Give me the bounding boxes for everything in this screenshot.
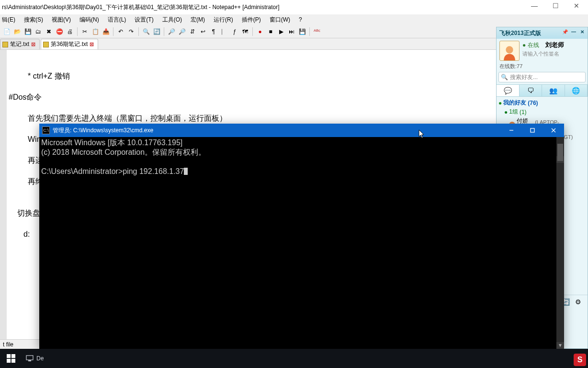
feiqiu-min-icon[interactable]: —	[570, 28, 577, 35]
menu-edit[interactable]: 辑(E)	[2, 16, 15, 24]
svg-rect-7	[7, 359, 11, 363]
find-icon[interactable]: 🔍	[141, 27, 151, 36]
menu-help[interactable]: ?	[299, 16, 302, 23]
svg-rect-5	[7, 354, 11, 358]
function-list-icon[interactable]: ƒ	[230, 27, 239, 36]
macro-record-icon[interactable]: ●	[255, 27, 265, 36]
cmd-max-button[interactable]	[522, 124, 543, 137]
tab-close-icon[interactable]: ⊠	[31, 41, 35, 47]
toolbar-separator	[164, 27, 164, 36]
macro-save-icon[interactable]: 💾	[297, 27, 307, 36]
svg-rect-8	[11, 359, 15, 363]
tab-file-2[interactable]: 第36期笔记.txt ⊠	[41, 39, 98, 49]
group-count: (76)	[528, 100, 538, 106]
macro-play-icon[interactable]: ▶	[276, 27, 286, 36]
redo-icon[interactable]: ↷	[126, 27, 136, 36]
online-dot-icon: ●	[504, 109, 508, 115]
cmd-command-input[interactable]: ping 192.168.1.37	[123, 167, 184, 175]
tab-file-1[interactable]: 笔记.txt ⊠	[0, 39, 40, 49]
scroll-thumb[interactable]	[557, 144, 563, 161]
npp-min-button[interactable]: —	[524, 0, 545, 12]
wrap-icon[interactable]: ↩	[198, 27, 208, 36]
npp-title-text: rs\Administrator\Desktop\第36期\Day01_下午计算…	[2, 3, 280, 12]
menu-tools[interactable]: 工具(O)	[162, 16, 182, 24]
desktop-label: De	[36, 355, 44, 362]
doc-map-icon[interactable]: 🗺	[240, 27, 250, 36]
cut-icon[interactable]: ✂	[80, 27, 90, 36]
desktop-shortcut[interactable]: De	[22, 349, 47, 368]
open-file-icon[interactable]: 📂	[12, 27, 22, 36]
feiqiu-title-text: 飞秋2013正式版	[499, 29, 541, 37]
copy-icon[interactable]: 📋	[90, 27, 100, 36]
cmd-titlebar[interactable]: C:\ 管理员: C:\Windows\system32\cmd.exe	[39, 124, 564, 137]
indent-guide-icon[interactable]: ⎸	[219, 27, 229, 36]
sogou-ime-icon[interactable]: S	[574, 354, 586, 366]
search-box[interactable]: 🔍 搜索好友...	[498, 72, 586, 82]
npp-close-button[interactable]: ✕	[566, 0, 587, 12]
new-file-icon[interactable]: 📄	[2, 27, 11, 36]
toolbar-separator	[309, 27, 310, 36]
tab-close-icon[interactable]: ⊠	[90, 41, 94, 47]
tab-recent[interactable]: 🗨	[520, 85, 543, 96]
show-all-icon[interactable]: ¶	[209, 27, 218, 36]
group-name: 我的好友	[503, 99, 526, 107]
cmd-window[interactable]: C:\ 管理员: C:\Windows\system32\cmd.exe Mic…	[39, 124, 564, 349]
subgroup-name: 1组	[509, 108, 518, 116]
zoom-in-icon[interactable]: 🔎	[167, 27, 176, 36]
cmd-terminal[interactable]: Microsoft Windows [版本 10.0.17763.195] (c…	[39, 137, 564, 349]
cmd-scrollbar[interactable]: ▲ ▼	[556, 137, 564, 349]
feiqiu-user-panel: ● 在线 刘老师 请输入个性签名	[497, 39, 588, 63]
menu-macro[interactable]: 宏(M)	[191, 16, 205, 24]
feiqiu-pin-icon[interactable]: 📌	[562, 28, 568, 35]
menu-plugins[interactable]: 插件(P)	[242, 16, 261, 24]
sync-scroll-icon[interactable]: ⇵	[188, 27, 197, 36]
menu-window[interactable]: 窗口(W)	[270, 16, 290, 24]
menu-settings[interactable]: 设置(T)	[135, 16, 153, 24]
cmd-close-button[interactable]	[543, 124, 564, 137]
npp-menubar: 辑(E) 搜索(S) 视图(V) 编码(N) 语言(L) 设置(T) 工具(O)…	[0, 14, 588, 25]
tab-world[interactable]: 🌐	[565, 85, 588, 96]
menu-encoding[interactable]: 编码(N)	[79, 16, 99, 24]
toolbar-separator	[252, 27, 253, 36]
print-icon[interactable]: 🖨	[65, 27, 75, 36]
status-online-icon[interactable]: ●	[522, 42, 526, 48]
menu-view[interactable]: 视图(V)	[52, 16, 71, 24]
gear-icon[interactable]: ⚙	[573, 297, 583, 307]
macro-play-multi-icon[interactable]: ⏭	[287, 27, 296, 36]
macro-stop-icon[interactable]: ■	[266, 27, 275, 36]
menu-search[interactable]: 搜索(S)	[24, 16, 43, 24]
undo-icon[interactable]: ↶	[116, 27, 125, 36]
svg-rect-9	[26, 356, 33, 360]
save-icon[interactable]: 💾	[23, 27, 33, 36]
cmd-cursor	[184, 168, 188, 175]
menu-language[interactable]: 语言(L)	[108, 16, 126, 24]
signature-input[interactable]: 请输入个性签名	[522, 50, 564, 58]
save-all-icon[interactable]: 🗂	[34, 27, 43, 36]
spellcheck-icon[interactable]: ᴬᴮᶜ	[312, 27, 322, 36]
npp-max-button[interactable]: ☐	[545, 0, 566, 12]
cmd-min-button[interactable]	[501, 124, 522, 137]
tab-group[interactable]: 👥	[542, 85, 565, 96]
contact-group[interactable]: ● 我的好友 (76)	[498, 99, 586, 107]
zoom-out-icon[interactable]: 🔎	[177, 27, 187, 36]
scroll-down-icon[interactable]: ▼	[556, 342, 564, 349]
contact-subgroup[interactable]: ● 1组 (1)	[498, 108, 586, 116]
paste-icon[interactable]: 📥	[101, 27, 111, 36]
tab-file-icon	[2, 42, 8, 47]
subgroup-count: (1)	[520, 109, 527, 115]
tab-chat[interactable]: 💬	[497, 85, 520, 96]
close-all-icon[interactable]: ⛔	[55, 27, 64, 36]
close-file-icon[interactable]: ✖	[44, 27, 54, 36]
start-button[interactable]	[0, 349, 22, 368]
feiqiu-close-icon[interactable]: ✕	[579, 28, 586, 35]
feiqiu-titlebar[interactable]: 飞秋2013正式版 📌 — ✕	[497, 27, 588, 39]
editor-fold-margin[interactable]	[0, 50, 7, 339]
cmd-line: (c) 2018 Microsoft Corporation。保留所有权利。	[41, 148, 206, 156]
menu-run[interactable]: 运行(R)	[214, 16, 233, 24]
replace-icon[interactable]: 🔄	[152, 27, 161, 36]
taskbar[interactable]: De S	[0, 349, 588, 368]
status-label[interactable]: 在线	[528, 42, 539, 48]
npp-titlebar[interactable]: rs\Administrator\Desktop\第36期\Day01_下午计算…	[0, 0, 588, 14]
avatar[interactable]	[499, 41, 520, 61]
svg-rect-2	[531, 128, 534, 132]
